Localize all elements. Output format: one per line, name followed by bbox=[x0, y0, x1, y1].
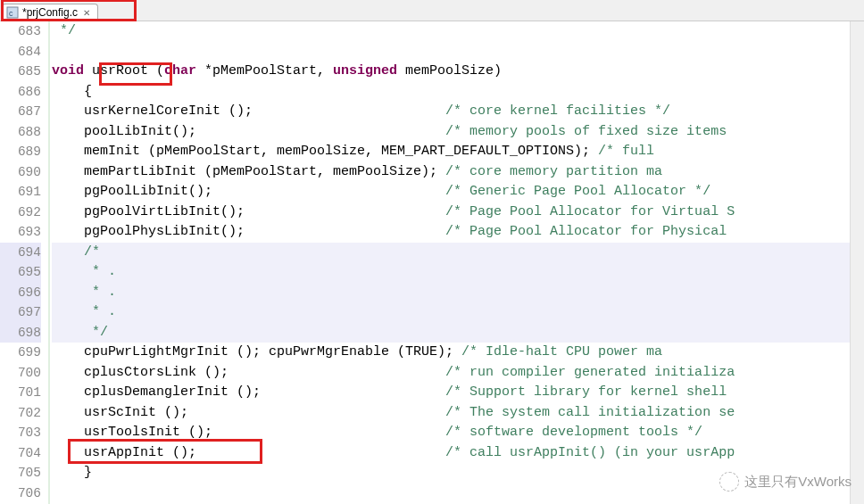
line-number: 695 bbox=[0, 262, 41, 283]
editor-tab[interactable]: c *prjConfig.c ✕ bbox=[2, 4, 98, 21]
code-line: { bbox=[52, 82, 850, 103]
code-line: * . bbox=[52, 302, 850, 323]
code-line: cpuPwrLightMgrInit (); cpuPwrMgrEnable (… bbox=[52, 343, 850, 363]
line-number: 701 bbox=[0, 383, 41, 403]
code-line: usrKernelCoreInit (); /* core kernel fac… bbox=[52, 102, 850, 122]
line-number: 700 bbox=[0, 363, 41, 384]
line-number: 702 bbox=[0, 403, 41, 424]
editor: 6836846856866876886896906916926936946956… bbox=[0, 21, 864, 504]
code-line: pgPoolLibInit(); /* Generic Page Pool Al… bbox=[52, 182, 850, 202]
code-line: void usrRoot (char *pMemPoolStart, unsig… bbox=[52, 62, 850, 82]
line-number: 685 bbox=[0, 62, 41, 82]
code-line: /* bbox=[52, 243, 850, 263]
line-number: 691 bbox=[0, 182, 41, 202]
svg-text:c: c bbox=[9, 9, 13, 18]
watermark-text: 这里只有VxWorks bbox=[744, 474, 852, 491]
code-line: */ bbox=[52, 323, 850, 343]
line-number: 705 bbox=[0, 463, 41, 483]
tab-bar: c *prjConfig.c ✕ bbox=[0, 0, 864, 21]
code-line: */ bbox=[52, 21, 850, 42]
c-file-icon: c bbox=[6, 6, 19, 19]
line-number: 692 bbox=[0, 202, 41, 223]
code-line: cplusDemanglerInit (); /* Support librar… bbox=[52, 383, 850, 403]
line-number: 684 bbox=[0, 42, 41, 62]
code-line: memInit (pMemPoolStart, memPoolSize, MEM… bbox=[52, 142, 850, 162]
line-number: 686 bbox=[0, 82, 41, 103]
code-line: usrScInit (); /* The system call initial… bbox=[52, 403, 850, 424]
watermark-icon bbox=[719, 472, 739, 492]
line-number: 703 bbox=[0, 423, 41, 443]
line-number: 694 bbox=[0, 243, 41, 263]
line-number: 706 bbox=[0, 483, 41, 504]
code-line: * . bbox=[52, 262, 850, 283]
code-line bbox=[52, 42, 850, 62]
line-number: 689 bbox=[0, 142, 41, 162]
line-number: 698 bbox=[0, 323, 41, 343]
line-number-gutter: 6836846856866876886896906916926936946956… bbox=[0, 21, 50, 504]
close-icon[interactable]: ✕ bbox=[81, 7, 92, 18]
code-line: usrAppInit (); /* call usrAppInit() (in … bbox=[52, 443, 850, 464]
code-line: usrToolsInit (); /* software development… bbox=[52, 423, 850, 443]
code-line: pgPoolPhysLibInit(); /* Page Pool Alloca… bbox=[52, 222, 850, 243]
line-number: 693 bbox=[0, 222, 41, 243]
code-line: pgPoolVirtLibInit(); /* Page Pool Alloca… bbox=[52, 202, 850, 223]
vertical-scrollbar[interactable] bbox=[850, 21, 864, 504]
line-number: 699 bbox=[0, 343, 41, 363]
line-number: 688 bbox=[0, 122, 41, 143]
line-number: 704 bbox=[0, 443, 41, 464]
code-area[interactable]: */void usrRoot (char *pMemPoolStart, uns… bbox=[50, 21, 850, 504]
tab-title: *prjConfig.c bbox=[22, 6, 78, 19]
line-number: 683 bbox=[0, 21, 41, 42]
code-line: cplusCtorsLink (); /* run compiler gener… bbox=[52, 363, 850, 384]
line-number: 696 bbox=[0, 283, 41, 303]
line-number: 687 bbox=[0, 102, 41, 122]
line-number: 697 bbox=[0, 302, 41, 323]
line-number: 690 bbox=[0, 162, 41, 183]
code-line: * . bbox=[52, 283, 850, 303]
code-line: memPartLibInit (pMemPoolStart, memPoolSi… bbox=[52, 162, 850, 183]
code-line: poolLibInit(); /* memory pools of fixed … bbox=[52, 122, 850, 143]
watermark: 这里只有VxWorks bbox=[719, 472, 852, 492]
